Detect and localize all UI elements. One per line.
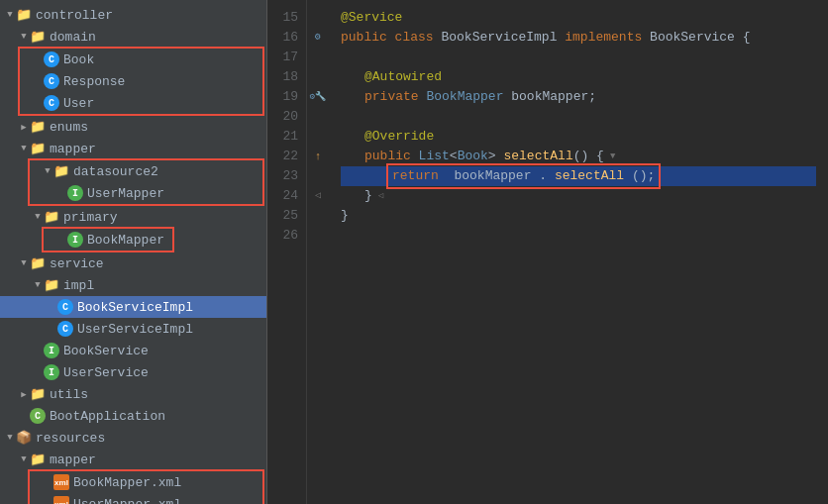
- label-controller: controller: [36, 8, 113, 23]
- label-domain: domain: [50, 30, 96, 45]
- label-book: Book: [63, 52, 94, 67]
- folder-icon-mapper-res: 📁: [30, 452, 46, 467]
- annotation-override: @Override: [364, 127, 434, 147]
- class-icon-user: C: [44, 95, 59, 111]
- tree-item-user[interactable]: C User: [20, 92, 262, 114]
- arrow-service: ▼: [18, 258, 30, 268]
- interface-icon-bookservice: I: [44, 343, 59, 358]
- folder-icon-mapper: 📁: [30, 141, 46, 156]
- code-line-25: }: [341, 206, 816, 226]
- code-line-26: [341, 226, 816, 246]
- tree-item-impl[interactable]: ▼ 📁 impl: [0, 274, 266, 296]
- tree-item-bookserviceimpl[interactable]: C BookServiceImpl: [0, 296, 266, 318]
- label-userservice: UserService: [63, 365, 149, 380]
- interface-icon-userservice: I: [44, 364, 59, 380]
- code-line-19: private BookMapper bookMapper;: [341, 87, 816, 107]
- code-area[interactable]: @Service public class BookServiceImpl im…: [329, 0, 828, 504]
- label-usermapper: UserMapper: [87, 186, 164, 201]
- method-selectall-call: selectAll: [555, 168, 624, 183]
- label-service: service: [50, 256, 104, 271]
- gt-22: >: [488, 147, 504, 166]
- class-icon-bookserviceimpl: C: [57, 299, 73, 315]
- class-icon-book: C: [44, 51, 59, 67]
- folder-icon-enums: 📁: [30, 119, 46, 135]
- label-user: User: [63, 96, 94, 111]
- annotation-service: @Service: [341, 8, 402, 28]
- label-bookmapper-xml: BookMapper.xml: [73, 475, 181, 490]
- dot-23: .: [539, 168, 547, 183]
- label-datasource2: datasource2: [73, 164, 158, 179]
- tree-item-bookservice[interactable]: I BookService: [0, 340, 266, 361]
- tree-item-bookmapper-xml[interactable]: xml BookMapper.xml: [30, 471, 262, 493]
- tree-item-usermapper[interactable]: I UserMapper: [30, 182, 262, 204]
- label-resources: resources: [36, 431, 105, 446]
- code-line-16: public class BookServiceImpl implements …: [341, 28, 816, 48]
- folder-icon-utils: 📁: [30, 386, 46, 402]
- code-line-22: public List < Book > selectAll () { ▼: [341, 147, 816, 166]
- tree-item-userserviceimpl[interactable]: C UserServiceImpl: [0, 318, 266, 340]
- folder-icon-impl: 📁: [44, 277, 59, 293]
- tree-item-resources[interactable]: ▼ 📦 resources: [0, 427, 266, 449]
- code-line-17: [341, 48, 816, 67]
- arrow-mapper-res: ▼: [18, 454, 30, 464]
- tree-item-domain[interactable]: ▼ 📁 domain: [0, 26, 266, 48]
- type-list: List: [419, 147, 450, 166]
- code-line-24: } ◁: [341, 186, 816, 206]
- tree-item-mapper-res[interactable]: ▼ 📁 mapper: [0, 449, 266, 470]
- arrow-enums: ▶: [18, 122, 30, 133]
- kw-class-16: class: [395, 28, 442, 48]
- code-line-23: return bookMapper . selectAll ();: [341, 166, 816, 186]
- label-enums: enums: [50, 120, 88, 135]
- tree-item-bootapp[interactable]: C BootApplication: [0, 405, 266, 427]
- fold-icon-22: ▼: [610, 147, 615, 166]
- file-tree: ▼ 📁 controller ▼ 📁 domain C Book C Respo…: [0, 0, 267, 504]
- fold-icon-24: ◁: [378, 186, 383, 206]
- tree-item-utils[interactable]: ▶ 📁 utils: [0, 383, 266, 405]
- label-userserviceimpl: UserServiceImpl: [77, 322, 193, 337]
- folder-icon-controller: 📁: [16, 7, 32, 23]
- annotation-autowired: @Autowired: [364, 67, 442, 87]
- brace-close-25: }: [341, 206, 349, 226]
- folder-icon-primary: 📁: [44, 209, 59, 225]
- tree-item-mapper[interactable]: ▼ 📁 mapper: [0, 138, 266, 159]
- arrow-impl: ▼: [32, 280, 44, 290]
- arrow-datasource2: ▼: [42, 166, 53, 176]
- tree-item-primary[interactable]: ▼ 📁 primary: [0, 206, 266, 228]
- xml-icon-usermapper: xml: [53, 496, 69, 504]
- arrow-primary: ▼: [32, 212, 44, 222]
- interface-icon-bookmapper: I: [67, 232, 83, 248]
- arrow-mapper: ▼: [18, 144, 30, 153]
- folder-icon-domain: 📁: [30, 29, 46, 45]
- parens-23: ();: [632, 168, 655, 183]
- label-bookmapper: BookMapper: [87, 233, 164, 248]
- class-icon-userserviceimpl: C: [57, 321, 73, 337]
- tree-item-enums[interactable]: ▶ 📁 enums: [0, 116, 266, 138]
- arrow-controller: ▼: [4, 10, 16, 20]
- line-numbers: 15 16 17 18 19 20 21 22 23 24 25 26: [267, 0, 307, 504]
- method-selectall: selectAll: [503, 147, 572, 166]
- brace-close-24: }: [364, 186, 372, 206]
- tree-item-response[interactable]: C Response: [20, 70, 262, 92]
- tree-item-service[interactable]: ▼ 📁 service: [0, 252, 266, 274]
- tree-item-datasource2[interactable]: ▼ 📁 datasource2: [30, 160, 262, 182]
- boot-icon-bootapp: C: [30, 408, 46, 424]
- paren-22: () {: [573, 147, 604, 166]
- code-line-18: @Autowired: [341, 67, 816, 87]
- label-impl: impl: [63, 278, 94, 293]
- arrow-resources: ▼: [4, 433, 16, 443]
- lt-22: <: [450, 147, 458, 166]
- tree-item-usermapper-xml[interactable]: xml UserMapper.xml: [30, 493, 262, 504]
- tree-item-userservice[interactable]: I UserService: [0, 361, 266, 383]
- interface-bookservice: BookService: [650, 28, 735, 48]
- label-mapper-res: mapper: [50, 453, 96, 467]
- var-bookmapper-call: bookMapper: [454, 168, 531, 183]
- tree-item-book[interactable]: C Book: [20, 49, 262, 70]
- label-bootapp: BootApplication: [50, 409, 165, 424]
- label-primary: primary: [63, 210, 118, 225]
- label-bookserviceimpl: BookServiceImpl: [77, 300, 193, 315]
- kw-return: return: [392, 168, 447, 183]
- kw-private: private: [364, 87, 426, 107]
- tree-item-controller[interactable]: ▼ 📁 controller: [0, 4, 266, 26]
- tree-item-bookmapper[interactable]: I BookMapper: [44, 229, 172, 251]
- folder-icon-datasource2: 📁: [53, 163, 69, 179]
